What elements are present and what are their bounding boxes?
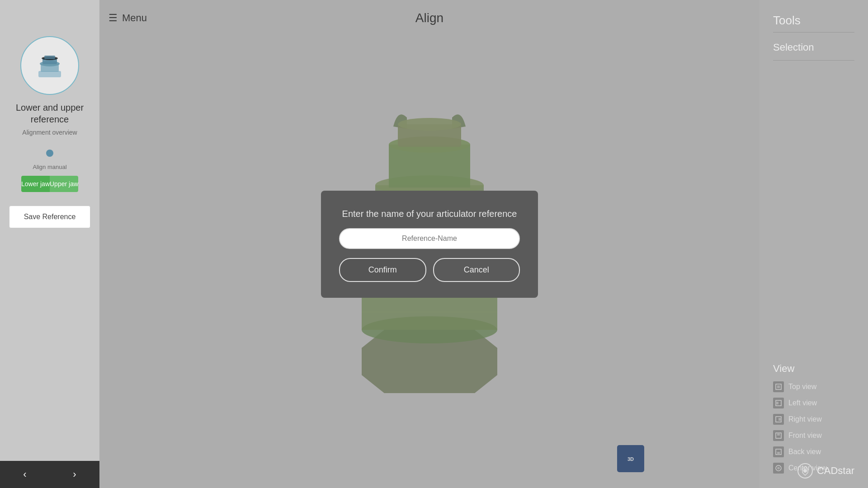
save-reference-button[interactable]: Save Reference (9, 206, 90, 228)
left-sidebar: Lower and upper reference Alignment over… (0, 0, 99, 488)
svg-point-32 (777, 467, 780, 469)
top-view-icon (773, 381, 784, 392)
svg-rect-22 (777, 385, 780, 388)
right-view-label: Right view (788, 415, 822, 423)
back-view-label: Back view (788, 448, 821, 456)
right-view-icon (773, 414, 784, 425)
modal-overlay: Enter the name of your articulator refer… (99, 0, 760, 488)
jaw-buttons: Lower jaw Upper jaw (21, 176, 78, 192)
model-icon-svg (32, 47, 68, 84)
view-title: View (773, 363, 854, 375)
front-view-icon (773, 430, 784, 441)
center-viewport: ☰ Menu Align (99, 0, 760, 488)
cadstar-icon-svg (797, 463, 813, 479)
lower-jaw-button[interactable]: Lower jaw (21, 176, 50, 192)
reference-name-input[interactable] (339, 228, 520, 249)
left-view-icon (773, 398, 784, 408)
right-sidebar: Tools Selection View Top view Left view (760, 0, 868, 488)
divider-2 (773, 60, 854, 61)
modal-buttons: Confirm Cancel (339, 258, 520, 282)
view-item-top[interactable]: Top view (773, 381, 854, 392)
view-item-left[interactable]: Left view (773, 398, 854, 408)
bottom-nav: ‹ › (0, 461, 99, 488)
tools-title: Tools (773, 14, 854, 28)
spacer (773, 70, 854, 363)
cadstar-brand-text: CADstar (817, 465, 854, 477)
main-container: Lower and upper reference Alignment over… (0, 0, 868, 488)
cadstar-logo: CADstar (797, 463, 854, 479)
svg-rect-26 (778, 418, 781, 421)
confirm-button[interactable]: Confirm (339, 258, 426, 282)
back-button[interactable]: ‹ (14, 464, 35, 485)
model-icon-circle (20, 36, 79, 95)
svg-rect-5 (44, 56, 55, 59)
view-item-back[interactable]: Back view (773, 446, 854, 457)
svg-rect-24 (776, 402, 778, 404)
model-subtitle: Alignment overview (22, 129, 77, 136)
top-view-label: Top view (788, 383, 816, 391)
svg-rect-0 (38, 71, 61, 77)
forward-button[interactable]: › (64, 464, 85, 485)
model-title: Lower and upper reference (0, 102, 99, 125)
left-view-label: Left view (788, 399, 817, 407)
modal-dialog: Enter the name of your articulator refer… (321, 191, 538, 298)
step-indicator (42, 150, 57, 157)
selection-title: Selection (773, 42, 854, 53)
svg-point-35 (803, 469, 807, 473)
modal-title: Enter the name of your articulator refer… (342, 209, 517, 219)
back-view-icon (773, 446, 784, 457)
center-view-icon (773, 463, 784, 474)
divider-1 (773, 32, 854, 33)
front-view-label: Front view (788, 432, 822, 440)
svg-rect-30 (777, 452, 780, 455)
align-label: Align manual (33, 164, 66, 170)
view-item-right[interactable]: Right view (773, 414, 854, 425)
step-dot (46, 150, 53, 157)
svg-rect-28 (777, 433, 780, 436)
view-item-front[interactable]: Front view (773, 430, 854, 441)
upper-jaw-button[interactable]: Upper jaw (50, 176, 78, 192)
cancel-button[interactable]: Cancel (433, 258, 520, 282)
